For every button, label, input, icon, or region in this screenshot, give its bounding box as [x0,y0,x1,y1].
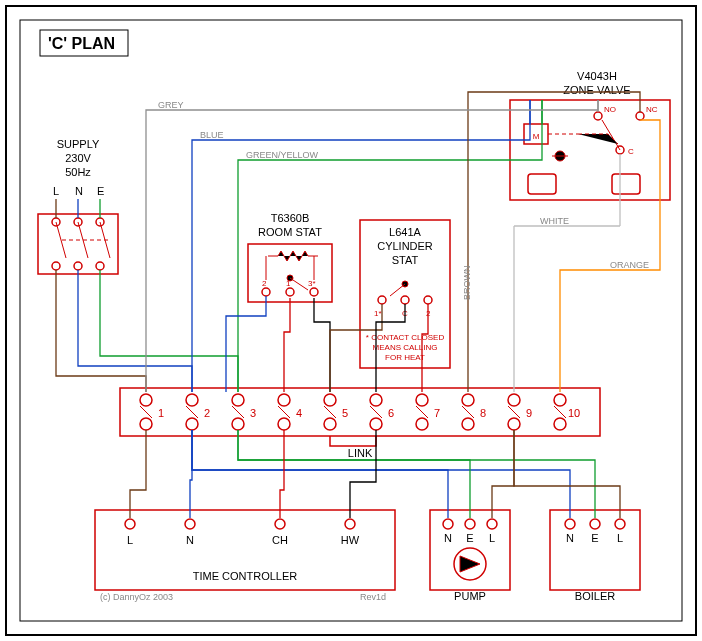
svg-line-22 [232,406,244,418]
lbl-white: WHITE [540,216,569,226]
supply-L-label: L [53,185,59,197]
boiler-L: L [617,532,623,544]
cylstat-t1: 1* [374,309,382,318]
cylstat-note1: * CONTACT CLOSED [366,333,445,342]
svg-point-85 [615,519,625,529]
zone-valve: V4043H ZONE VALVE M NO NC C [510,70,670,200]
lbl-orange: ORANGE [610,260,649,270]
svg-line-43 [554,406,566,418]
supply-voltage: 230V [65,152,91,164]
svg-point-35 [462,394,474,406]
svg-point-75 [275,519,285,529]
svg-rect-58 [510,100,670,200]
strip-link-label: LINK [348,447,373,459]
svg-point-74 [185,519,195,529]
wire-supply-N [78,270,192,392]
strip-8: 8 [480,407,486,419]
svg-point-49 [262,288,270,296]
tc-N: N [186,534,194,546]
wire-supply-E [100,270,238,392]
svg-point-20 [232,394,244,406]
svg-point-80 [487,519,497,529]
pump-E: E [466,532,473,544]
svg-point-41 [554,394,566,406]
svg-point-56 [401,296,409,304]
wire-3-boilerE [238,430,595,518]
zv-M: M [533,132,540,141]
supply-block: SUPPLY 230V 50Hz L N E [38,138,118,274]
wire-4-rs1 [284,298,290,392]
rev-label: Rev1d [360,592,386,602]
svg-point-27 [324,418,336,430]
zv-model: V4043H [577,70,617,82]
svg-point-30 [370,418,382,430]
wire-7-zvBrown [468,92,640,392]
wire-2-boilerN [192,430,570,518]
boiler-name: BOILER [575,590,615,602]
supply-label: SUPPLY [57,138,100,150]
zv-NO: NO [604,105,616,114]
svg-point-4 [74,262,82,270]
svg-line-19 [186,406,198,418]
lbl-brown: BROWN [462,266,472,301]
svg-line-54 [390,284,405,296]
svg-point-79 [465,519,475,529]
wire-2-pumpN [192,430,448,518]
strip-2: 2 [204,407,210,419]
svg-point-21 [232,418,244,430]
strip-4: 4 [296,407,302,419]
lbl-grey: GREY [158,100,184,110]
svg-rect-82 [550,510,640,590]
svg-point-76 [345,519,355,529]
svg-point-60 [594,112,602,120]
svg-point-51 [310,288,318,296]
svg-point-78 [443,519,453,529]
roomstat-name: ROOM STAT [258,226,322,238]
strip-6: 6 [388,407,394,419]
strip-10: 10 [568,407,580,419]
boiler: N E L BOILER [550,510,640,602]
svg-point-83 [565,519,575,529]
svg-point-29 [370,394,382,406]
svg-line-37 [462,406,474,418]
roomstat-t2: 2 [262,279,267,288]
pump-name: PUMP [454,590,486,602]
svg-point-61 [636,112,644,120]
svg-point-38 [508,394,520,406]
svg-point-50 [286,288,294,296]
svg-point-32 [416,394,428,406]
wire-zvNC-orange [560,120,660,392]
pump-N: N [444,532,452,544]
pump-L: L [489,532,495,544]
wire-8-boilerL [514,430,620,518]
zv-NC: NC [646,105,658,114]
roomstat-t1: 1 [286,279,291,288]
supply-E-label: E [97,185,104,197]
tc-L: L [127,534,133,546]
svg-rect-66 [528,174,556,194]
strip-5: 5 [342,407,348,419]
svg-point-17 [186,394,198,406]
svg-rect-44 [248,244,332,302]
svg-line-40 [508,406,520,418]
svg-line-34 [416,406,428,418]
cylstat-note2: MEANS CALLING [373,343,438,352]
svg-point-18 [186,418,198,430]
svg-point-26 [324,394,336,406]
svg-point-24 [278,418,290,430]
strip-1: 1 [158,407,164,419]
svg-point-42 [554,418,566,430]
wire-zvC-white [514,154,620,392]
cylstat-model: L641A [389,226,421,238]
svg-point-57 [424,296,432,304]
svg-point-3 [52,262,60,270]
time-controller: L N CH HW TIME CONTROLLER (c) DannyOz 20… [95,510,395,602]
wire-3-pumpE [238,430,470,518]
wire-1-tcL [130,430,146,518]
supply-freq: 50Hz [65,166,91,178]
svg-point-84 [590,519,600,529]
boiler-N: N [566,532,574,544]
svg-point-33 [416,418,428,430]
cylinder-stat: L641A CYLINDER STAT 1* C 2 * CONTACT CLO… [360,220,450,368]
tc-CH: CH [272,534,288,546]
